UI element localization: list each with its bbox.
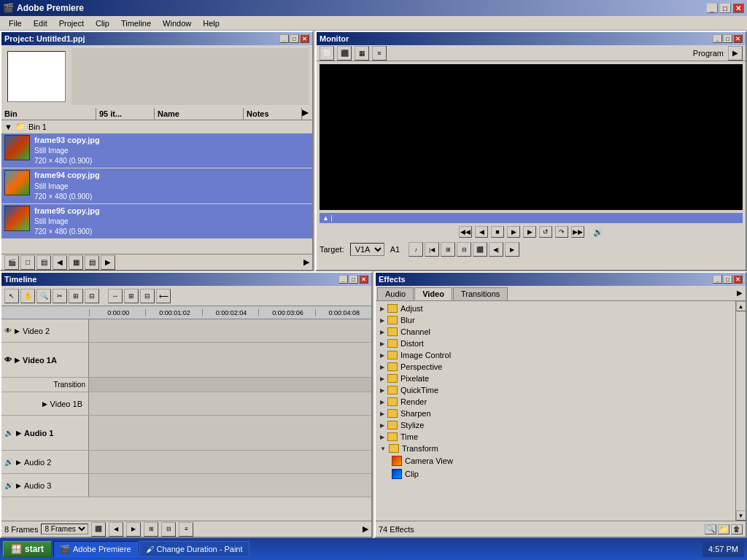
- fx-folder-pixelate[interactable]: ▶ Pixelate: [377, 373, 734, 384]
- monitor-btn-step-back[interactable]: ◀: [475, 226, 488, 238]
- tl-footer-btn-4[interactable]: ⊞: [144, 522, 158, 537]
- project-tool-1[interactable]: 🎬: [4, 255, 19, 270]
- maximize-button[interactable]: □: [719, 3, 731, 13]
- tl-footer-btn-3[interactable]: ▶: [126, 522, 141, 537]
- target-tool-1[interactable]: ♪: [409, 242, 423, 257]
- monitor-close-button[interactable]: ✕: [733, 34, 743, 43]
- tl-tool-10[interactable]: ⟵: [156, 289, 171, 303]
- timeline-minimize-button[interactable]: _: [338, 275, 348, 284]
- tl-tool-zoom[interactable]: 🔍: [36, 289, 51, 303]
- menu-clip[interactable]: Clip: [90, 18, 115, 29]
- project-close-button[interactable]: ✕: [300, 34, 309, 43]
- effects-expand-btn[interactable]: ▶: [735, 287, 744, 300]
- fx-folder-transform[interactable]: ▼ Transform: [377, 443, 734, 454]
- monitor-program-btn[interactable]: ▶: [728, 46, 743, 61]
- project-minimize-button[interactable]: _: [279, 34, 289, 43]
- tl-footer-btn-2[interactable]: ◀: [109, 522, 123, 537]
- target-tool-2[interactable]: |◀: [425, 242, 439, 257]
- track-expand-video1b[interactable]: ▶: [42, 400, 47, 408]
- track-area-audio2[interactable]: [89, 451, 371, 473]
- file-item-3[interactable]: frame95 copy.jpg Still Image 720 × 480 (…: [1, 204, 312, 238]
- project-scroll-right[interactable]: ▶: [303, 257, 309, 267]
- fx-folder-distort[interactable]: ▶ Distort: [377, 338, 734, 349]
- monitor-btn-prev-frame[interactable]: ◀◀: [459, 226, 472, 238]
- monitor-btn-step-fwd[interactable]: ▶: [523, 226, 536, 238]
- track-area-transition[interactable]: [89, 378, 371, 392]
- tl-tool-9[interactable]: ⊟: [140, 289, 155, 303]
- tab-audio[interactable]: Audio: [377, 287, 414, 300]
- monitor-view-3[interactable]: ▦: [355, 46, 369, 61]
- menu-timeline[interactable]: Timeline: [115, 18, 157, 29]
- monitor-btn-stop[interactable]: ■: [491, 226, 504, 238]
- track-vol-audio2[interactable]: 🔊: [4, 458, 13, 466]
- fx-folder-time[interactable]: ▶ Time: [377, 431, 734, 443]
- menu-file[interactable]: File: [3, 18, 28, 29]
- close-button[interactable]: ✕: [732, 3, 744, 13]
- monitor-maximize-button[interactable]: □: [723, 34, 732, 43]
- monitor-view-2[interactable]: ⬛: [337, 46, 352, 61]
- monitor-minimize-button[interactable]: _: [713, 34, 722, 43]
- tl-tool-select[interactable]: ↖: [4, 289, 19, 303]
- fx-item-cameraview[interactable]: Camera View: [377, 454, 734, 467]
- track-area-video1b[interactable]: [89, 392, 371, 415]
- monitor-btn-mark-in[interactable]: ↷: [555, 226, 568, 238]
- tl-scroll-right[interactable]: ▶: [363, 524, 368, 534]
- menu-edit[interactable]: Edit: [28, 18, 53, 29]
- track-expand-video2[interactable]: ▶: [15, 327, 20, 335]
- target-tool-7[interactable]: ▶: [505, 242, 519, 257]
- file-item-1[interactable]: frame93 copy.jpg Still Image 720 × 480 (…: [1, 133, 312, 168]
- minimize-button[interactable]: _: [706, 3, 718, 13]
- tl-footer-btn-5[interactable]: ⊟: [161, 522, 176, 537]
- target-tool-3[interactable]: ⊞: [441, 242, 455, 257]
- tab-transitions[interactable]: Transitions: [453, 287, 508, 300]
- timeline-restore-button[interactable]: □: [349, 275, 358, 284]
- tl-tool-7[interactable]: ↔: [108, 289, 123, 303]
- fx-folder-quicktime[interactable]: ▶ QuickTime: [377, 384, 734, 396]
- effects-scroll-up[interactable]: ▲: [736, 301, 746, 311]
- track-vol-audio3[interactable]: 🔊: [4, 481, 13, 489]
- project-tool-7[interactable]: ▶: [101, 255, 115, 270]
- track-vol-audio1[interactable]: 🔊: [4, 429, 13, 437]
- fx-folder-imagecontrol[interactable]: ▶ Image Control: [377, 349, 734, 361]
- fx-folder-perspective[interactable]: ▶ Perspective: [377, 361, 734, 373]
- target-tool-6[interactable]: ◀|: [489, 242, 503, 257]
- effects-folder-button[interactable]: 📁: [718, 524, 729, 534]
- bin1-row[interactable]: ▼ 📁 Bin 1: [1, 120, 312, 133]
- tl-tool-razor[interactable]: ✂: [53, 289, 67, 303]
- fx-folder-blur[interactable]: ▶ Blur: [377, 314, 734, 326]
- effects-scroll-down[interactable]: ▼: [736, 510, 746, 521]
- project-tool-5[interactable]: ▦: [69, 255, 83, 270]
- tl-tool-hand[interactable]: ✋: [20, 289, 35, 303]
- menu-window[interactable]: Window: [157, 18, 197, 29]
- tl-footer-btn-1[interactable]: ⬛: [91, 522, 106, 537]
- tl-frames-select[interactable]: 8 Frames: [41, 524, 88, 534]
- effects-minimize-button[interactable]: _: [713, 275, 722, 284]
- timeline-close-button[interactable]: ✕: [359, 275, 368, 284]
- bin-scroll-btn[interactable]: ▶: [302, 108, 312, 120]
- effects-search-button[interactable]: 🔍: [705, 524, 716, 534]
- monitor-btn-play[interactable]: ▶: [507, 226, 520, 238]
- project-tool-6[interactable]: ▤: [85, 255, 99, 270]
- fx-folder-stylize[interactable]: ▶ Stylize: [377, 419, 734, 431]
- menu-help[interactable]: Help: [197, 18, 225, 29]
- taskbar-item-paint[interactable]: 🖌 Change Duration - Paint: [139, 541, 249, 557]
- track-expand-audio2[interactable]: ▶: [16, 459, 21, 466]
- monitor-view-1[interactable]: ⬜: [320, 46, 334, 61]
- start-button[interactable]: 🪟 start: [3, 541, 52, 557]
- track-area-video1a[interactable]: [89, 343, 371, 377]
- fx-folder-sharpen[interactable]: ▶ Sharpen: [377, 408, 734, 419]
- target-v1a-select[interactable]: V1A: [350, 243, 384, 256]
- fx-folder-adjust[interactable]: ▶ Adjust: [377, 303, 734, 314]
- effects-restore-button[interactable]: □: [723, 275, 732, 284]
- taskbar-item-premiere[interactable]: 🎬 Adobe Premiere: [53, 541, 138, 557]
- track-expand-audio1[interactable]: ▶: [16, 429, 21, 437]
- tab-video[interactable]: Video: [414, 287, 452, 300]
- target-tool-4[interactable]: ⊟: [457, 242, 471, 257]
- project-tool-4[interactable]: ◀: [53, 255, 67, 270]
- fx-folder-channel[interactable]: ▶ Channel: [377, 326, 734, 338]
- track-eye-video2[interactable]: 👁: [4, 327, 12, 335]
- target-tool-5[interactable]: ⬛: [473, 242, 487, 257]
- monitor-view-4[interactable]: ≡: [372, 46, 387, 61]
- file-item-2[interactable]: frame94 copy.jpg Still Image 720 × 480 (…: [1, 168, 312, 203]
- track-expand-audio3[interactable]: ▶: [16, 482, 21, 489]
